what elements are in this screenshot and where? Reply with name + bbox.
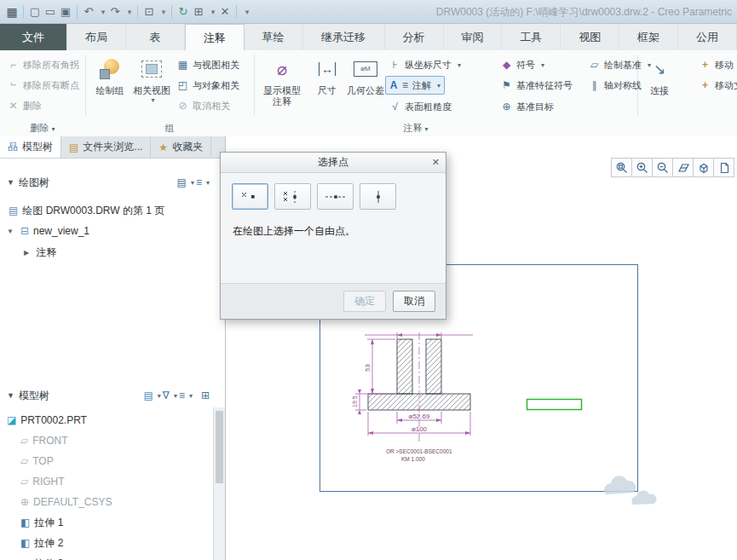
relate-to-view-button[interactable]: ▦ 与视图相关 <box>173 55 243 74</box>
new-file-icon[interactable]: ▢ <box>27 3 43 20</box>
tree-item-view[interactable]: ▼ ⊟ new_view_1 <box>0 222 213 240</box>
geometric-tolerance-button[interactable]: ⌀M 几何公差 <box>346 55 385 121</box>
tree-item-extrude-2[interactable]: ◧ 拉伸 2 <box>0 534 213 552</box>
navigator-tabs: 品 模型树 ▤ 文件夹浏览... ★ 收藏夹 <box>0 136 225 159</box>
ordinate-dimension-button[interactable]: ⊦ 纵坐标尺寸 ▾ <box>385 55 464 74</box>
tab-common[interactable]: 公用 <box>678 24 737 50</box>
tab-review[interactable]: 审阅 <box>444 24 503 50</box>
tab-analysis[interactable]: 分析 <box>385 24 444 50</box>
tree-item-default-csys[interactable]: ⊕ DEFAULT_CSYS <box>0 493 213 511</box>
close-window-icon[interactable]: ✕ <box>217 3 233 20</box>
windows-icon[interactable]: ⊞ <box>191 3 206 20</box>
tab-layout[interactable]: 布局 <box>67 24 126 50</box>
separator <box>236 5 237 19</box>
tab-folder-browser[interactable]: ▤ 文件夹浏览... <box>61 136 151 158</box>
tree-item-drawing-sheet[interactable]: ▤ 绘图 DRW0003.DRW 的第 1 页 <box>0 201 213 220</box>
tab-sketch[interactable]: 草绘 <box>245 24 303 50</box>
windows-dropdown-icon[interactable]: ▾ <box>209 3 217 20</box>
collapse-icon[interactable]: ▼ <box>7 391 14 400</box>
toolbar-options-icon[interactable]: ▾ <box>243 3 251 20</box>
part-icon: ◪ <box>7 414 16 426</box>
expand-closed-icon[interactable]: ▶ <box>24 249 29 257</box>
tree-display-icon[interactable]: ▤ <box>177 176 187 188</box>
tree-settings-icon[interactable]: ≡ <box>196 176 202 188</box>
dialog-titlebar[interactable]: 选择点 ✕ <box>221 153 446 173</box>
redo-dropdown-icon[interactable]: ▾ <box>125 3 134 20</box>
move-button[interactable]: + 移动 <box>695 55 737 74</box>
ok-button[interactable]: 确定 <box>343 291 386 312</box>
related-view-button[interactable]: 相关视图 ▾ <box>131 55 172 121</box>
tree-item-right-plane[interactable]: ▱ RIGHT <box>0 472 213 491</box>
annotate-group-text: 注释 <box>403 123 422 133</box>
tree-item-part[interactable]: ◪ PRT0002.PRT <box>0 411 213 430</box>
cancel-button[interactable]: 取消 <box>393 291 435 312</box>
close-icon[interactable]: ✕ <box>432 153 440 172</box>
select-tool-icon[interactable]: ⊡ <box>141 3 157 20</box>
expand-open-icon[interactable]: ▼ <box>7 228 14 235</box>
tree-item-front-plane[interactable]: ▱ FRONT <box>0 431 213 450</box>
surface-finish-button[interactable]: √ 表面粗糙度 <box>385 97 455 116</box>
tree-item-annotations[interactable]: ▶ 注释 <box>0 243 213 262</box>
scrollbar-thumb[interactable] <box>216 411 223 483</box>
highlighted-entity[interactable] <box>527 400 582 410</box>
tree-filter-icon[interactable]: ∇ <box>163 390 170 401</box>
tab-file[interactable]: 文件 <box>0 24 67 50</box>
undo-dropdown-icon[interactable]: ▾ <box>99 3 107 20</box>
dimension-button[interactable]: ↔ 尺寸 <box>310 55 344 121</box>
unrelate-button[interactable]: ⊘ 取消相关 <box>173 96 233 115</box>
tab-view[interactable]: 视图 <box>561 24 619 50</box>
delete-button[interactable]: ✕ 删除 <box>3 96 45 115</box>
tree-item-top-plane[interactable]: ▱ TOP <box>0 452 213 471</box>
show-model-annotations-button[interactable]: ⌀ 显示模型注释 <box>261 55 303 121</box>
draw-group-button[interactable]: 绘制组 <box>90 55 130 121</box>
chevron-down-icon[interactable]: ▾ <box>191 179 194 187</box>
note-button[interactable]: A ≡ 注解 ▾ <box>385 76 445 95</box>
regenerate-icon[interactable]: ↻ <box>176 3 191 20</box>
symbol-icon: ◆ <box>500 59 513 71</box>
move-text-button[interactable]: + 移动文本 <box>695 76 737 95</box>
panes-icon[interactable]: ⊞ <box>201 390 210 401</box>
redo-icon[interactable]: ↷ <box>107 3 123 20</box>
tree-display-icon[interactable]: ▤ <box>144 390 153 401</box>
datum-target-button[interactable]: ⊕ 基准目标 <box>497 97 557 116</box>
vertex-point-button[interactable] <box>360 183 396 210</box>
section-note[interactable]: OR >SEC0001-BSEC0001 KM 1.000 <box>386 448 452 462</box>
tab-legacy-migration[interactable]: 继承迁移 <box>303 24 385 50</box>
chevron-down-icon: ▾ <box>424 125 428 133</box>
tab-annotate[interactable]: 注释 <box>185 24 245 50</box>
tab-favorites[interactable]: ★ 收藏夹 <box>151 136 211 158</box>
tab-tools[interactable]: 工具 <box>502 24 561 50</box>
annotate-group-label[interactable]: 注释▾ <box>254 122 578 134</box>
undo-icon[interactable]: ↶ <box>81 3 96 20</box>
delete-group-label[interactable]: 删除▾ <box>0 122 85 134</box>
symbol-button[interactable]: ◆ 符号 ▾ <box>497 55 548 74</box>
chevron-down-icon[interactable]: ▾ <box>206 179 210 187</box>
absolute-coordinates-point-button[interactable] <box>274 183 311 210</box>
save-icon[interactable]: ▣ <box>58 3 73 20</box>
app-menu-icon[interactable]: ▦ <box>4 3 20 20</box>
remove-all-breaks-button[interactable]: ⌐ 移除所有断点 <box>3 76 83 95</box>
datum-feature-symbol-button[interactable]: ⚑ 基准特征符号 <box>497 76 576 95</box>
select-dropdown-icon[interactable]: ▾ <box>159 3 168 20</box>
tab-table[interactable]: 表 <box>126 24 185 50</box>
attach-button[interactable]: ↘ 连接 <box>641 55 678 121</box>
relate-to-object-button[interactable]: ◰ 与对象相关 <box>173 76 243 95</box>
chevron-down-icon[interactable]: ▾ <box>174 392 177 400</box>
tree-item-extrude-3[interactable]: ◧ 拉伸 3 <box>0 554 213 560</box>
open-file-icon[interactable]: ▭ <box>43 3 58 20</box>
group-group-label[interactable]: 组 <box>85 122 254 134</box>
collapse-icon[interactable]: ▼ <box>7 178 14 187</box>
tab-framework[interactable]: 框架 <box>619 24 678 50</box>
remove-all-jogs-button[interactable]: ⌐ 移除所有角拐 <box>3 55 83 74</box>
model-tree-scrollbar[interactable] <box>213 407 225 560</box>
move-text-label: 移动文本 <box>715 79 737 92</box>
group-separator <box>85 55 86 116</box>
tab-model-tree[interactable]: 品 模型树 <box>0 136 61 158</box>
free-point-button[interactable] <box>232 183 268 210</box>
point-on-entity-button[interactable] <box>317 183 354 210</box>
chevron-down-icon[interactable]: ▾ <box>189 392 193 400</box>
axis-of-symmetry-button[interactable]: ∥ 轴对称线 <box>584 76 645 95</box>
tree-item-extrude-1[interactable]: ◧ 拉伸 1 <box>0 513 213 532</box>
chevron-down-icon[interactable]: ▾ <box>158 392 161 400</box>
tree-list-icon[interactable]: ≡ <box>179 390 185 401</box>
